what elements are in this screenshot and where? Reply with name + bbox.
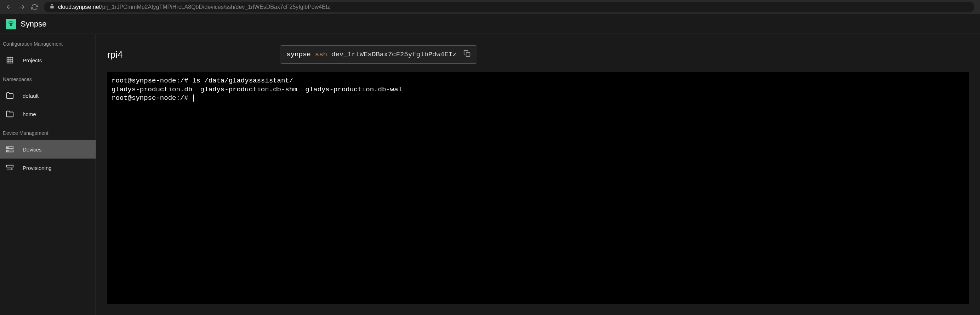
main-container: Configuration Management Projects Namesp… <box>0 34 980 315</box>
sidebar-item-label: Provisioning <box>23 165 52 171</box>
page-title: rpi4 <box>107 49 123 60</box>
sidebar-section-config: Configuration Management <box>0 34 95 51</box>
svg-rect-7 <box>466 53 470 57</box>
terminal[interactable]: root@synpse-node:/# ls /data/gladysassis… <box>107 72 969 304</box>
provisioning-icon <box>6 164 14 172</box>
terminal-prompt-line: root@synpse-node:/# <box>111 94 964 103</box>
forward-icon[interactable] <box>18 3 25 11</box>
sidebar: Configuration Management Projects Namesp… <box>0 34 96 315</box>
app-header: Synpse <box>0 14 980 34</box>
sidebar-section-namespaces: Namespaces <box>0 69 95 86</box>
svg-rect-1 <box>7 57 13 64</box>
sidebar-item-projects[interactable]: Projects <box>0 51 95 69</box>
folder-icon <box>6 110 14 118</box>
url-path: /prj_1rJPCmmMp2AIygTMPiHrcLA8QbD/devices… <box>100 4 330 10</box>
url-host: cloud.synpse.net <box>58 4 100 10</box>
svg-rect-6 <box>7 165 13 167</box>
terminal-cursor <box>193 94 194 102</box>
content-header: rpi4 synpse ssh dev_1rlWEsDBax7cF25yfglb… <box>107 45 969 64</box>
lock-icon <box>49 4 54 10</box>
url-text: cloud.synpse.net/prj_1rJPCmmMp2AIygTMPiH… <box>58 4 330 10</box>
svg-point-4 <box>8 148 8 148</box>
svg-point-5 <box>8 151 8 151</box>
terminal-line: root@synpse-node:/# ls /data/gladysassis… <box>111 76 964 85</box>
sidebar-item-label: Devices <box>23 146 41 153</box>
sidebar-item-label: Projects <box>23 57 42 64</box>
sidebar-section-device: Device Management <box>0 123 95 140</box>
reload-icon[interactable] <box>31 3 38 11</box>
terminal-line: gladys-production.db gladys-production.d… <box>111 85 964 94</box>
back-icon[interactable] <box>6 3 13 11</box>
ssh-cmd-id: dev_1rlWEsDBax7cF25yfglbPdw4EIz <box>331 51 457 59</box>
copy-icon[interactable] <box>463 50 471 59</box>
ssh-command-box: synpse ssh dev_1rlWEsDBax7cF25yfglbPdw4E… <box>280 45 477 64</box>
sidebar-item-provisioning[interactable]: Provisioning <box>0 159 95 177</box>
ssh-cmd-action: ssh <box>315 51 327 59</box>
app-title: Synpse <box>21 19 46 29</box>
sidebar-item-label: default <box>23 93 38 99</box>
ssh-cmd-app: synpse <box>286 51 310 59</box>
app-logo[interactable] <box>6 19 16 29</box>
content: rpi4 synpse ssh dev_1rlWEsDBax7cF25yfglb… <box>96 34 980 315</box>
projects-icon <box>6 56 14 64</box>
sidebar-item-default[interactable]: default <box>0 86 95 105</box>
sidebar-item-label: home <box>23 111 36 117</box>
sidebar-item-home[interactable]: home <box>0 105 95 123</box>
devices-icon <box>6 145 14 154</box>
address-bar[interactable]: cloud.synpse.net/prj_1rJPCmmMp2AIygTMPiH… <box>44 2 974 13</box>
sidebar-item-devices[interactable]: Devices <box>0 140 95 159</box>
browser-bar: cloud.synpse.net/prj_1rJPCmmMp2AIygTMPiH… <box>0 0 980 14</box>
svg-point-0 <box>9 22 13 23</box>
folder-icon <box>6 91 14 100</box>
terminal-line: root@synpse-node:/# <box>111 94 192 102</box>
